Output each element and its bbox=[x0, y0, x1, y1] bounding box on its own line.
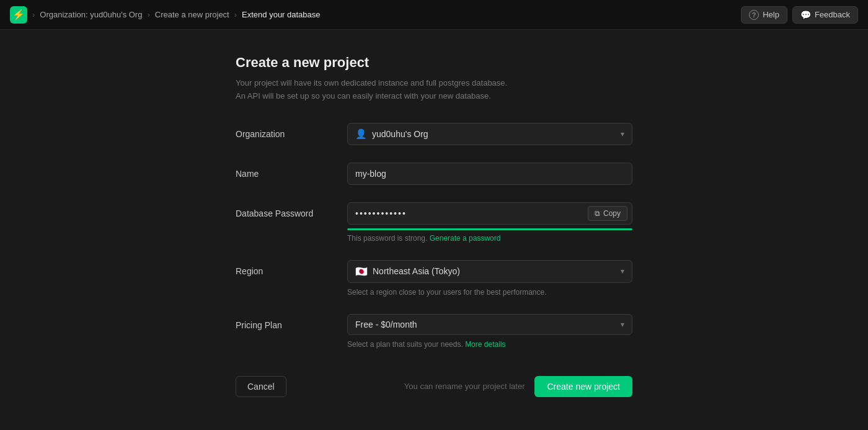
form-footer: Cancel You can rename your project later… bbox=[236, 366, 632, 397]
pricing-field: Free - $0/month ▾ Select a plan that sui… bbox=[347, 314, 632, 349]
pricing-row: Pricing Plan Free - $0/month ▾ Select a … bbox=[236, 314, 632, 349]
breadcrumb-create[interactable]: Create a new project bbox=[155, 10, 229, 19]
organization-select[interactable]: 👤 yud0uhu's Org ▾ bbox=[347, 123, 632, 145]
help-icon: ? bbox=[749, 10, 759, 20]
pricing-select-inner: Free - $0/month bbox=[355, 320, 417, 329]
breadcrumb-extend: Extend your database bbox=[242, 10, 320, 19]
region-select[interactable]: 🇯🇵 Northeast Asia (Tokyo) ▾ bbox=[347, 260, 632, 283]
chevron-down-icon: ▾ bbox=[621, 130, 624, 138]
pricing-label: Pricing Plan bbox=[236, 314, 347, 330]
chat-icon: 💬 bbox=[800, 10, 811, 20]
footer-right: You can rename your project later Create… bbox=[404, 376, 632, 397]
region-field: 🇯🇵 Northeast Asia (Tokyo) ▾ Select a reg… bbox=[347, 260, 632, 297]
pricing-chevron-icon: ▾ bbox=[621, 320, 624, 329]
feedback-button[interactable]: 💬 Feedback bbox=[792, 6, 858, 24]
organization-field: 👤 yud0uhu's Org ▾ bbox=[347, 123, 632, 145]
pricing-select[interactable]: Free - $0/month ▾ bbox=[347, 314, 632, 335]
rename-hint: You can rename your project later bbox=[404, 382, 525, 391]
help-label: Help bbox=[763, 10, 779, 19]
copy-button[interactable]: ⧉ Copy bbox=[588, 206, 627, 221]
organization-label: Organization bbox=[236, 123, 347, 139]
more-details-link[interactable]: More details bbox=[465, 340, 505, 349]
password-row: Database Password ⧉ Copy This password i… bbox=[236, 202, 632, 243]
feedback-label: Feedback bbox=[815, 10, 850, 19]
breadcrumb-sep-3: › bbox=[234, 10, 237, 19]
generate-password-link[interactable]: Generate a password bbox=[430, 234, 501, 243]
region-select-inner: 🇯🇵 Northeast Asia (Tokyo) bbox=[355, 266, 460, 277]
organization-value: yud0uhu's Org bbox=[372, 129, 428, 139]
breadcrumb-sep-1: › bbox=[32, 10, 35, 19]
help-button[interactable]: ? Help bbox=[741, 6, 787, 24]
name-field bbox=[347, 163, 632, 185]
page-subtitle: Your project will have its own dedicated… bbox=[236, 77, 632, 103]
region-hint: Select a region close to your users for … bbox=[347, 288, 632, 297]
organization-select-inner: 👤 yud0uhu's Org bbox=[355, 128, 428, 140]
topbar: ⚡ › Organization: yud0uhu's Org › Create… bbox=[0, 0, 868, 30]
organization-row: Organization 👤 yud0uhu's Org ▾ bbox=[236, 123, 632, 145]
page-title: Create a new project bbox=[236, 55, 632, 71]
org-icon: 👤 bbox=[355, 128, 367, 140]
name-input[interactable] bbox=[347, 163, 632, 185]
password-hint: This password is strong. Generate a pass… bbox=[347, 234, 632, 243]
region-label: Region bbox=[236, 260, 347, 276]
breadcrumb-org[interactable]: Organization: yud0uhu's Org bbox=[40, 10, 142, 19]
password-strength-bar bbox=[347, 228, 632, 230]
create-project-button[interactable]: Create new project bbox=[534, 376, 632, 397]
password-wrapper: ⧉ Copy bbox=[347, 202, 632, 225]
flag-jp-icon: 🇯🇵 bbox=[355, 266, 368, 277]
logo-icon[interactable]: ⚡ bbox=[10, 6, 27, 24]
main-content: Create a new project Your project will h… bbox=[0, 30, 868, 430]
pricing-hint: Select a plan that suits your needs. Mor… bbox=[347, 340, 632, 349]
password-field: ⧉ Copy This password is strong. Generate… bbox=[347, 202, 632, 243]
password-label: Database Password bbox=[236, 202, 347, 218]
copy-label: Copy bbox=[603, 209, 621, 218]
pricing-value: Free - $0/month bbox=[355, 320, 417, 329]
cancel-button[interactable]: Cancel bbox=[236, 376, 286, 397]
name-label: Name bbox=[236, 163, 347, 179]
region-row: Region 🇯🇵 Northeast Asia (Tokyo) ▾ Selec… bbox=[236, 260, 632, 297]
copy-icon: ⧉ bbox=[595, 209, 600, 218]
topbar-left: ⚡ › Organization: yud0uhu's Org › Create… bbox=[10, 6, 741, 24]
password-strength-fill bbox=[347, 228, 632, 230]
name-row: Name bbox=[236, 163, 632, 185]
breadcrumb-sep-2: › bbox=[147, 10, 149, 19]
region-value: Northeast Asia (Tokyo) bbox=[373, 266, 460, 276]
topbar-right: ? Help 💬 Feedback bbox=[741, 6, 858, 24]
form-container: Create a new project Your project will h… bbox=[236, 55, 632, 405]
region-chevron-icon: ▾ bbox=[621, 267, 624, 275]
